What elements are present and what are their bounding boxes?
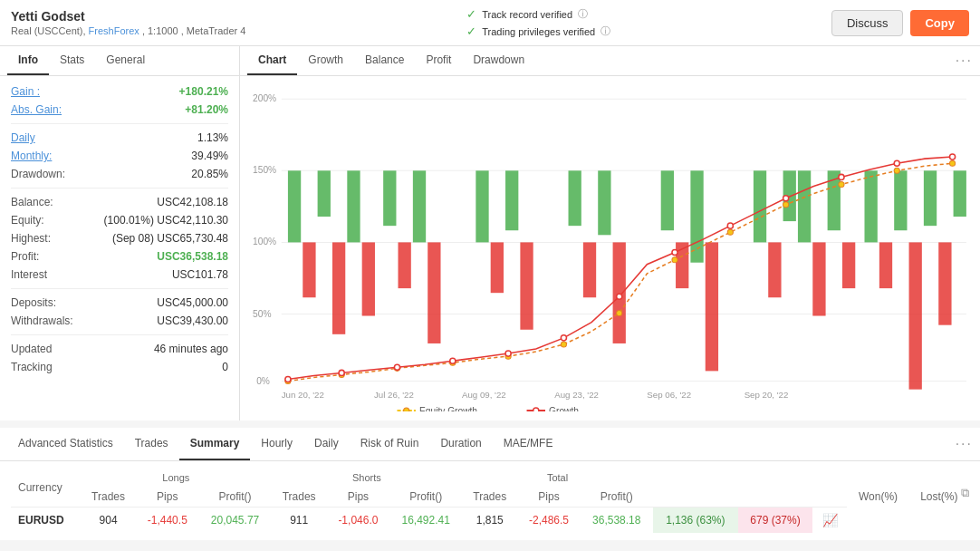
svg-text:Sep 20, '22: Sep 20, '22 [745, 390, 789, 400]
equity-value: (100.01%) USC42,110.30 [104, 214, 228, 227]
cell-chart-icon[interactable]: 📈 [812, 508, 847, 534]
svg-text:Sep 06, '22: Sep 06, '22 [647, 390, 691, 400]
svg-point-67 [727, 223, 733, 228]
svg-point-64 [561, 335, 566, 341]
tab-risk-of-ruin[interactable]: Risk of Ruin [350, 428, 430, 460]
tab-info[interactable]: Info [7, 46, 49, 75]
withdrawals-row: Withdrawals: USC39,430.00 [11, 314, 228, 327]
copy-rows-icon[interactable]: ⧉ [961, 486, 969, 500]
svg-text:Jul 26, '22: Jul 26, '22 [374, 390, 414, 400]
separator-4 [11, 334, 228, 335]
tab-general[interactable]: General [95, 46, 156, 75]
check-icon-2: ✓ [466, 24, 476, 38]
equity-label: Equity: [11, 214, 44, 227]
account-title: Yetti Godset [11, 9, 245, 24]
chart-tab-chart[interactable]: Chart [247, 46, 297, 75]
svg-point-62 [450, 358, 456, 363]
svg-point-79 [404, 408, 409, 411]
svg-point-52 [617, 310, 622, 315]
info-content: Gain : +180.21% Abs. Gain: +81.20% Daily… [0, 76, 239, 388]
right-panel: Chart Growth Balance Profit Drawdown ···… [240, 46, 980, 420]
svg-rect-21 [491, 242, 504, 293]
cell-won: 1,136 (63%) [653, 508, 738, 534]
separator-2 [11, 188, 228, 188]
daily-value: 1.13% [197, 131, 228, 144]
bottom-tabs: Advanced Statistics Trades Summary Hourl… [0, 428, 980, 461]
chart-svg: 200% 150% 100% 50% 0% [249, 85, 971, 411]
separator-1 [11, 123, 228, 124]
balance-label: Balance: [11, 196, 53, 208]
row-chart-icon[interactable]: 📈 [822, 513, 838, 527]
tab-mae-mfe[interactable]: MAE/MFE [493, 428, 564, 460]
cell-shorts-trades: 911 [272, 508, 327, 534]
track-record-info-icon[interactable]: ⓘ [578, 7, 588, 21]
stats-table: Currency Longs Shorts Total Trades Pips … [11, 469, 969, 533]
svg-rect-27 [613, 242, 626, 343]
equity-row: Equity: (100.01%) USC42,110.30 [11, 214, 228, 227]
tab-trades[interactable]: Trades [124, 428, 179, 460]
col-won [653, 469, 738, 508]
svg-point-56 [839, 181, 844, 187]
withdrawals-label: Withdrawals: [11, 314, 73, 327]
svg-rect-12 [318, 170, 331, 217]
cell-longs-pips: -1,440.5 [136, 508, 198, 534]
tab-advanced-statistics[interactable]: Advanced Statistics [7, 428, 124, 460]
tab-summary[interactable]: Summary [179, 428, 251, 460]
cell-longs-profit: 20,045.77 [198, 508, 271, 534]
col-total-pips: Pips [517, 487, 580, 508]
svg-rect-39 [864, 170, 877, 242]
svg-point-71 [949, 154, 955, 160]
balance-value: USC42,108.18 [157, 196, 228, 208]
account-type: Real (USCCent), [11, 25, 89, 36]
balance-row: Balance: USC42,108.18 [11, 196, 228, 208]
svg-point-65 [617, 294, 622, 299]
daily-label[interactable]: Daily [11, 131, 35, 144]
broker-link[interactable]: FreshForex [89, 25, 139, 36]
svg-rect-31 [706, 242, 718, 371]
copy-button[interactable]: Copy [910, 10, 969, 36]
copy-icon[interactable]: ⧉ [961, 486, 969, 499]
tab-duration[interactable]: Duration [429, 428, 492, 460]
monthly-label[interactable]: Monthly: [11, 150, 52, 162]
col-lost [738, 469, 812, 508]
chart-tab-drawdown[interactable]: Drawdown [462, 46, 535, 75]
monthly-value: 39.49% [191, 150, 228, 162]
svg-text:Equity Growth: Equity Growth [419, 406, 477, 411]
abs-gain-label[interactable]: Abs. Gain: [11, 103, 62, 116]
gain-row: Gain : +180.21% [11, 85, 228, 98]
tab-daily[interactable]: Daily [303, 428, 350, 460]
cell-shorts-profit: 16,492.41 [389, 508, 462, 534]
svg-point-55 [783, 202, 789, 208]
stats-table-wrapper: Currency Longs Shorts Total Trades Pips … [0, 461, 980, 540]
svg-rect-28 [661, 170, 674, 230]
svg-text:0%: 0% [256, 376, 270, 386]
svg-text:150%: 150% [253, 165, 276, 175]
interest-label: Interest [11, 268, 47, 281]
gain-label[interactable]: Gain : [11, 85, 40, 98]
header-left: Yetti Godset Real (USCCent), FreshForex … [11, 9, 245, 36]
svg-point-66 [672, 250, 677, 256]
trading-privileges-info-icon[interactable]: ⓘ [600, 24, 610, 38]
track-record-label: Track record verified [482, 9, 572, 20]
cell-total-profit: 36,538.18 [581, 508, 653, 534]
tab-hourly[interactable]: Hourly [250, 428, 303, 460]
col-longs-pips: Pips [136, 487, 198, 508]
cell-total-pips: -2,486.5 [517, 508, 580, 534]
svg-rect-42 [909, 242, 922, 389]
tab-stats[interactable]: Stats [49, 46, 95, 75]
profit-label: Profit: [11, 250, 39, 263]
left-panel: Info Stats General Gain : +180.21% Abs. … [0, 46, 240, 420]
discuss-button[interactable]: Discuss [831, 10, 904, 36]
svg-text:200%: 200% [253, 93, 276, 103]
chart-tab-balance[interactable]: Balance [354, 46, 415, 75]
chart-tab-growth[interactable]: Growth [297, 46, 354, 75]
cell-longs-trades: 904 [81, 508, 136, 534]
bottom-more-button[interactable]: ··· [956, 436, 973, 452]
svg-rect-26 [598, 170, 610, 235]
chart-tab-profit[interactable]: Profit [415, 46, 462, 75]
chart-more-button[interactable]: ··· [956, 53, 973, 69]
chart-area: 200% 150% 100% 50% 0% [240, 76, 980, 420]
daily-row: Daily 1.13% [11, 131, 228, 144]
deposits-label: Deposits: [11, 296, 56, 309]
trading-privileges-label: Trading privileges verified [482, 26, 595, 37]
